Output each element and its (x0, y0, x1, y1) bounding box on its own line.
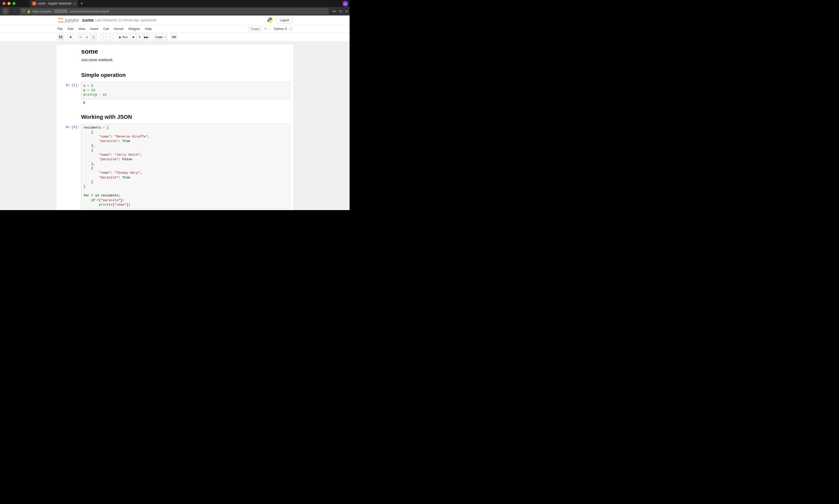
shield-icon[interactable]: ⛉ (22, 10, 25, 13)
cell-type-select[interactable]: Code (153, 34, 167, 40)
paste-button[interactable]: 📋 (90, 34, 97, 40)
markdown-cell-1[interactable]: some Just some notebook. (56, 45, 293, 65)
in-prompt: In [4]: (59, 124, 81, 209)
logout-button[interactable]: Logout (276, 17, 292, 23)
code-cell-2[interactable]: In [4]: residents = [ { "name": "Reverse… (56, 123, 293, 209)
restart-button[interactable]: ↻ (137, 34, 143, 40)
edit-mode-icon[interactable]: ✎ (264, 27, 267, 31)
restart-run-all-button[interactable]: ▶▶ (143, 34, 150, 40)
run-button[interactable]: ▶ Run (117, 34, 130, 40)
tab-title: some - Jupyter Notebook (38, 2, 71, 5)
markdown-cell-3[interactable]: Working with JSON (56, 111, 293, 123)
jupyter-favicon-icon (33, 2, 36, 5)
notebook-container: some Just some notebook. Simple operatio… (56, 45, 293, 210)
md1-body: Just some notebook. (81, 58, 268, 62)
menu-insert[interactable]: Insert (90, 27, 99, 31)
menu-help[interactable]: Help (145, 27, 152, 31)
url-prefix: https://jupyter. (32, 10, 52, 13)
svg-point-3 (269, 18, 270, 18)
md1-heading: some (81, 48, 268, 55)
close-tab-icon[interactable]: × (73, 1, 75, 5)
svg-point-2 (59, 22, 59, 23)
checkpoint-status: Last Checkpoint: 12 minutes ago (autosav… (95, 18, 157, 22)
menu-widgets[interactable]: Widgets (128, 27, 140, 31)
kernel-indicator-icon[interactable] (289, 28, 292, 31)
maximize-window-icon[interactable] (13, 2, 16, 5)
move-down-button[interactable]: ↓ (107, 34, 113, 40)
jupyter-logo-icon (57, 17, 64, 23)
separator: | (270, 27, 271, 31)
browser-tab[interactable]: some - Jupyter Notebook × (30, 0, 78, 7)
menu-edit[interactable]: Edit (68, 27, 73, 31)
copy-button[interactable]: ⎘ (84, 34, 90, 40)
minimize-window-icon[interactable] (7, 2, 11, 5)
address-bar[interactable]: ⛉ 🔒 https://jupyter..com/notebooks/some.… (20, 8, 329, 15)
svg-point-4 (271, 22, 271, 22)
svg-point-1 (63, 22, 63, 23)
close-window-icon[interactable] (2, 2, 5, 5)
reload-icon[interactable]: ↻ (339, 10, 342, 13)
markdown-cell-2[interactable]: Simple operation (56, 69, 293, 81)
extension-badge-icon[interactable]: ∞ (343, 1, 348, 6)
lock-icon: 🔒 (27, 10, 31, 13)
code-input-1[interactable]: x = 5 y = 14 print(y - x) (81, 82, 290, 99)
trusted-badge[interactable]: Trusted (248, 27, 262, 31)
menu-icon[interactable]: ≡ (346, 10, 348, 13)
md2-heading: Simple operation (81, 72, 268, 78)
page-actions-icon[interactable]: ••• (333, 10, 336, 13)
interrupt-button[interactable]: ■ (130, 34, 137, 40)
url-suffix: .com/notebooks/some.ipynb (69, 10, 109, 13)
forward-button: → (11, 8, 18, 15)
menu-view[interactable]: View (78, 27, 85, 31)
jupyter-wordmark: jupyter (65, 17, 79, 23)
output-cell-1: 9 (56, 100, 293, 107)
notebook-name[interactable]: some (82, 18, 94, 23)
move-up-button[interactable]: ↑ (100, 34, 107, 40)
back-button[interactable]: ← (2, 8, 9, 15)
new-tab-button[interactable]: + (81, 1, 83, 6)
output-text-1: 9 (81, 101, 290, 105)
code-cell-1[interactable]: In [1]: x = 5 y = 14 print(y - x) (56, 81, 293, 100)
jupyter-logo[interactable]: jupyter (57, 17, 79, 23)
command-palette-button[interactable]: ⌨ (171, 34, 177, 40)
menu-file[interactable]: File (57, 27, 63, 31)
window-controls[interactable] (2, 2, 16, 5)
svg-point-0 (58, 18, 59, 18)
url-redacted (54, 10, 67, 13)
python-logo-icon (267, 17, 274, 23)
cut-button[interactable]: ✂ (77, 34, 84, 40)
in-prompt: In [1]: (59, 82, 81, 99)
save-button[interactable]: 💾 (57, 34, 64, 40)
kernel-name[interactable]: Python 3 (274, 27, 287, 31)
md3-heading: Working with JSON (81, 114, 268, 120)
menu-cell[interactable]: Cell (103, 27, 109, 31)
output-cell-2: Reverse Giraffe Sleepy Gary (56, 209, 293, 210)
code-input-2[interactable]: residents = [ { "name": "Reverse Giraffe… (81, 124, 290, 209)
insert-cell-button[interactable]: ✚ (67, 34, 74, 40)
menu-kernel[interactable]: Kernel (114, 27, 123, 31)
